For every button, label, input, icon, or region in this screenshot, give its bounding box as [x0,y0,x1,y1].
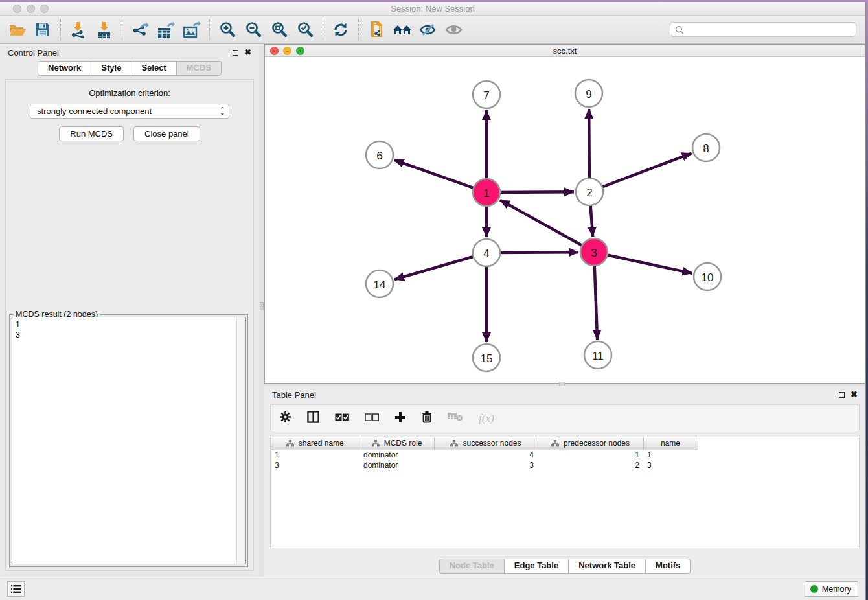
svg-text:14: 14 [374,279,386,291]
search-input[interactable] [670,22,856,37]
save-floppy-icon [35,22,51,38]
window-title: Session: New Session [0,4,865,14]
network-graph[interactable]: 7968124314101511 [265,57,865,383]
mcds-panel: Optimization criterion: strongly connect… [5,79,254,571]
edge-3-10[interactable] [594,252,692,273]
import-network-button[interactable] [65,17,91,42]
select-all-columns-button[interactable] [335,413,349,424]
tab-edge-table[interactable]: Edge Table [504,559,569,574]
close-panel-icon[interactable]: ✖ [244,49,251,56]
create-column-button[interactable] [394,411,406,426]
zoom-selected-button[interactable] [292,17,318,42]
float-table-panel-icon[interactable] [839,392,845,398]
graph-node-11[interactable]: 11 [584,341,611,369]
zoom-out-button[interactable] [240,17,266,42]
graph-node-4[interactable]: 4 [473,239,500,266]
dropdown-chevrons-icon: ⌃⌄ [220,108,225,115]
table-settings-button[interactable] [279,411,291,426]
network-canvas[interactable]: 7968124314101511 [265,57,865,383]
column-header-MCDS-role[interactable]: MCDS role [360,437,434,450]
control-panel-title: Control Panel [8,48,59,58]
tab-style[interactable]: Style [91,61,131,76]
deselect-all-columns-button[interactable] [365,413,379,424]
zoom-in-icon [219,21,236,38]
tab-node-table[interactable]: Node Table [439,559,505,574]
optimization-criterion-select[interactable]: strongly connected component ⌃⌄ [30,104,229,119]
graph-node-3[interactable]: 3 [580,238,608,266]
application-window: Session: New Session [0,2,866,600]
task-history-button[interactable] [7,581,25,597]
export-network-button[interactable] [127,17,153,42]
network-minimize-button[interactable]: − [283,47,291,55]
horizontal-splitter-handle[interactable] [559,382,565,386]
graph-node-9[interactable]: 9 [575,80,602,107]
function-builder-button[interactable]: f(x) [479,412,494,425]
zoom-fit-button[interactable] [266,17,292,42]
table-row[interactable]: 1dominator411 [271,450,859,460]
table-cell: 3 [434,460,538,470]
network-zoom-button[interactable]: + [296,47,304,55]
edge-1-6[interactable] [394,160,486,192]
table-toolbar: f(x) [270,404,860,432]
graph-node-10[interactable]: 10 [694,263,721,290]
float-panel-icon[interactable] [233,50,238,56]
export-image-button[interactable] [179,17,205,42]
status-bar: Memory [0,577,865,600]
graph-node-15[interactable]: 15 [473,344,500,371]
column-header-predecessor-nodes[interactable]: predecessor nodes [538,437,643,450]
vertical-splitter[interactable] [259,44,264,577]
zoom-out-icon [245,21,262,38]
column-header-shared-name[interactable]: shared name [271,437,360,450]
close-table-panel-icon[interactable]: ✖ [851,391,858,398]
mcds-result-fieldset: MCDS result (2 nodes) 13 [9,314,248,567]
save-session-button[interactable] [30,17,56,42]
graph-node-14[interactable]: 14 [366,270,393,297]
tab-select[interactable]: Select [131,61,176,76]
result-scrollbar[interactable] [236,317,245,564]
show-all-button[interactable] [441,17,467,42]
dropdown-value: strongly connected component [37,106,152,116]
edge-3-1[interactable] [500,200,594,252]
show-column-panel-button[interactable] [307,411,319,426]
tab-mcds[interactable]: MCDS [176,61,222,76]
edge-2-8[interactable] [589,153,692,192]
graph-node-8[interactable]: 8 [692,134,720,161]
svg-text:10: 10 [702,271,714,284]
tab-network-table[interactable]: Network Table [568,559,646,574]
duplicate-network-button[interactable] [363,17,389,42]
tab-network[interactable]: Network [38,61,91,76]
zoom-in-button[interactable] [214,17,240,42]
table-cell: 1 [271,450,360,460]
graph-node-1[interactable]: 1 [473,179,500,206]
table-row[interactable]: 3dominator323 [271,460,859,470]
vertical-splitter-handle[interactable] [260,302,264,310]
node-table[interactable]: shared nameMCDS rolesuccessor nodesprede… [270,437,860,548]
two-columns-icon [307,411,319,423]
delete-table-button[interactable] [448,412,463,424]
open-session-button[interactable] [4,17,30,42]
delete-column-button[interactable] [422,411,432,426]
export-table-button[interactable] [153,17,179,42]
column-header-name[interactable]: name [643,437,698,450]
network-window-title: scc.txt [265,46,865,56]
graph-node-7[interactable]: 7 [473,81,500,108]
import-table-button[interactable] [91,17,117,42]
graph-node-2[interactable]: 2 [576,178,603,205]
svg-text:4: 4 [483,248,489,260]
tab-motifs[interactable]: Motifs [645,559,691,574]
memory-label: Memory [822,584,851,594]
column-header-successor-nodes[interactable]: successor nodes [434,437,538,450]
memory-button[interactable]: Memory [805,581,858,597]
close-panel-button[interactable]: Close panel [133,126,200,141]
plus-icon [394,411,406,423]
horizontal-splitter[interactable] [264,384,865,386]
network-close-button[interactable]: × [270,47,279,55]
hide-selected-button[interactable] [415,17,441,42]
refresh-layout-button[interactable] [328,17,354,42]
run-mcds-button[interactable]: Run MCDS [59,126,124,141]
column-header-filler [698,437,859,450]
graph-node-6[interactable]: 6 [366,141,393,168]
table-cell: 4 [434,450,538,460]
mcds-result-list[interactable]: 13 [12,317,246,564]
first-neighbors-button[interactable] [389,17,415,42]
